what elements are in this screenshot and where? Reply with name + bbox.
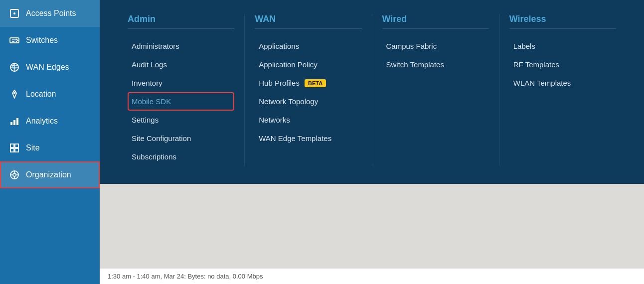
sidebar: Access Points Switches WAN Edges [0,0,100,284]
svg-point-18 [13,173,16,176]
menu-item-application-policy[interactable]: Application Policy [255,55,361,74]
wireless-header: Wireless [509,14,616,29]
menu-item-label: Switch Templates [386,60,444,69]
sidebar-item-location[interactable]: Location [0,81,100,108]
svg-rect-12 [16,118,18,125]
menu-item-rf-templates[interactable]: RF Templates [509,55,616,74]
sidebar-item-access-points[interactable]: Access Points [0,0,100,27]
menu-item-audit-logs[interactable]: Audit Logs [128,55,234,74]
menu-column-wireless: Wireless Labels RF Templates WLAN Templa… [499,14,626,166]
menu-item-settings[interactable]: Settings [128,111,234,129]
wired-header: Wired [382,14,489,29]
menu-item-switch-templates[interactable]: Switch Templates [382,55,489,74]
menu-item-mobile-sdk[interactable]: Mobile SDK [128,92,234,111]
menu-item-label: Audit Logs [132,60,167,69]
menu-item-label: RF Templates [513,60,559,69]
menu-item-label: Administrators [132,42,179,50]
analytics-icon [9,116,20,127]
sidebar-item-label: Switches [26,36,58,45]
menu-item-label: Application Policy [259,60,318,69]
menu-item-label: WLAN Templates [513,79,571,87]
sidebar-item-label: Location [26,90,56,99]
mega-menu: Admin Administrators Audit Logs Inventor… [100,0,644,184]
organization-icon [9,169,20,180]
sidebar-item-label: Analytics [26,117,58,126]
sidebar-item-switches[interactable]: Switches [0,27,100,54]
menu-item-label: Applications [259,42,299,50]
menu-item-site-configuration[interactable]: Site Configuration [128,129,234,147]
svg-rect-16 [15,148,18,152]
menu-item-hub-profiles[interactable]: Hub Profiles BETA [255,74,361,92]
admin-header: Admin [128,14,234,29]
menu-item-networks[interactable]: Networks [255,111,361,129]
bottom-bar-text: 1:30 am - 1:40 am, Mar 24: Bytes: no dat… [108,273,263,280]
svg-rect-13 [10,144,14,147]
sidebar-item-label: Access Points [26,9,76,18]
sidebar-item-site[interactable]: Site [0,135,100,161]
menu-item-label: Inventory [132,79,162,87]
sidebar-item-analytics[interactable]: Analytics [0,108,100,135]
menu-column-wired: Wired Campus Fabric Switch Templates [372,14,499,166]
sidebar-item-label: WAN Edges [26,63,69,72]
menu-item-label: Site Configuration [132,134,191,142]
menu-item-campus-fabric[interactable]: Campus Fabric [382,37,489,55]
site-icon [9,142,20,153]
menu-item-wlan-templates[interactable]: WLAN Templates [509,74,616,92]
svg-rect-10 [10,122,12,125]
menu-item-label: Mobile SDK [132,97,171,106]
sidebar-item-organization[interactable]: Organization [0,161,100,188]
menu-column-wan: WAN Applications Application Policy Hub … [245,14,372,166]
svg-rect-14 [15,144,18,147]
menu-item-label: Hub Profiles [259,79,300,87]
menu-item-label: Networks [259,116,290,124]
switches-icon [9,35,20,46]
access-points-icon [9,8,20,19]
menu-item-labels[interactable]: Labels [509,37,616,55]
sidebar-item-label: Site [26,143,40,152]
svg-point-1 [13,12,15,14]
svg-rect-11 [13,120,15,125]
wan-edges-icon [9,62,20,73]
menu-item-label: WAN Edge Templates [259,134,331,142]
menu-item-inventory[interactable]: Inventory [128,74,234,92]
menu-item-label: Labels [513,42,535,50]
menu-item-label: Campus Fabric [386,42,437,50]
main-content: Admin Administrators Audit Logs Inventor… [100,0,644,284]
beta-badge: BETA [305,79,326,87]
wan-header: WAN [255,14,361,29]
menu-item-label: Settings [132,116,159,124]
menu-item-subscriptions[interactable]: Subscriptions [128,147,234,166]
menu-item-wan-edge-templates[interactable]: WAN Edge Templates [255,129,361,147]
menu-item-network-topology[interactable]: Network Topology [255,92,361,111]
menu-item-label: Network Topology [259,97,318,106]
menu-item-label: Subscriptions [132,152,176,161]
menu-column-admin: Admin Administrators Audit Logs Inventor… [118,14,245,166]
sidebar-item-label: Organization [26,170,71,179]
svg-point-9 [13,92,15,94]
svg-rect-15 [10,148,14,152]
bottom-bar: 1:30 am - 1:40 am, Mar 24: Bytes: no dat… [100,268,644,284]
menu-item-administrators[interactable]: Administrators [128,37,234,55]
location-icon [9,89,20,100]
sidebar-item-wan-edges[interactable]: WAN Edges [0,54,100,81]
menu-item-applications[interactable]: Applications [255,37,361,55]
